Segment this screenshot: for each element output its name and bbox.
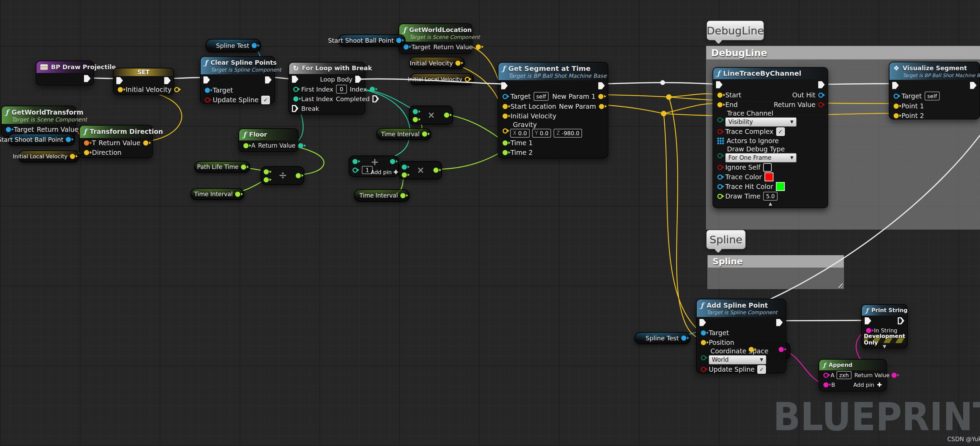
draw-time-value[interactable]: 5.0: [763, 192, 777, 201]
target-pin[interactable]: [205, 88, 210, 93]
gravity-pin[interactable]: [503, 129, 508, 133]
target-pin[interactable]: [894, 94, 899, 99]
add-in-1-pin[interactable]: [353, 159, 358, 164]
multiply-in-2-pin[interactable]: [402, 172, 407, 178]
direction-pin[interactable]: [84, 150, 89, 155]
target-pin[interactable]: [503, 94, 508, 99]
return-value-pin[interactable]: [476, 44, 481, 49]
var-out-pin[interactable]: [66, 137, 71, 142]
break-exec-pin[interactable]: [292, 105, 298, 112]
var-out-pin[interactable]: [400, 193, 406, 198]
var-initial-local-velocity[interactable]: Initial Local Velocity: [18, 151, 79, 162]
target-pin[interactable]: [701, 330, 706, 335]
trace-channel-pin[interactable]: [718, 117, 722, 122]
start-location-pin[interactable]: [503, 104, 508, 109]
var-start-shoot-ball-point-top[interactable]: Start Shoot Ball Point: [338, 35, 406, 46]
return-value-pin[interactable]: [891, 373, 897, 378]
trace-hit-color-pin[interactable]: [718, 184, 722, 189]
exec-in-pin[interactable]: [716, 81, 722, 89]
var-out-pin[interactable]: [235, 192, 240, 197]
add-pin-button[interactable]: Add pin ✚: [853, 381, 882, 388]
blueprint-graph-canvas[interactable]: DebugLine Spline BLUEPRINT: [0, 0, 980, 446]
comment-debugline-header[interactable]: DebugLine: [706, 46, 980, 60]
array-icon[interactable]: [718, 138, 724, 144]
node-multiply-1[interactable]: ×: [409, 106, 453, 125]
exec-out-pin[interactable]: [84, 75, 91, 82]
target-pin[interactable]: [6, 127, 11, 132]
var-out-pin[interactable]: [70, 154, 75, 159]
a-value-field[interactable]: zxh: [837, 371, 852, 379]
var-out-pin[interactable]: [251, 43, 257, 48]
var-spline-test-bottom[interactable]: Spline Test: [635, 332, 690, 344]
var-time-interval-mid[interactable]: Time Interval: [376, 128, 431, 140]
node-append[interactable]: ƒ Append A zxh Return Value B Add pin ✚: [819, 359, 887, 391]
var-time-interval-left[interactable]: Time Interval: [190, 188, 244, 200]
var-initial-local-velocity-top[interactable]: Initial Local Velocity: [410, 73, 474, 85]
exec-in-pin[interactable]: [204, 76, 210, 84]
conversion-output-pin[interactable]: [779, 347, 784, 352]
coordinate-space-pin[interactable]: [701, 355, 706, 360]
new-param-1-pin[interactable]: [598, 94, 603, 99]
target-self-value[interactable]: self: [533, 92, 549, 101]
exec-in-pin[interactable]: [700, 319, 706, 326]
node-visualize-segment[interactable]: ❖ Visualize Segment Target is BP Ball Sh…: [889, 62, 980, 119]
node-add[interactable]: + 1 Add pin ✚: [349, 156, 399, 177]
var-out-pin[interactable]: [455, 60, 461, 66]
var-out-pin[interactable]: [681, 335, 686, 341]
last-index-pin[interactable]: [293, 96, 298, 102]
node-clear-spline-points[interactable]: ƒ Clear Spline Points Target is Spline C…: [200, 56, 275, 103]
exec-out-pin[interactable]: [265, 76, 272, 84]
position-pin[interactable]: [701, 340, 706, 345]
end-pin[interactable]: [718, 102, 722, 107]
return-value-pin[interactable]: [818, 102, 823, 107]
add-pin-button[interactable]: Add pin ✚: [371, 168, 398, 176]
start-pin[interactable]: [718, 92, 722, 98]
var-out-pin[interactable]: [422, 132, 427, 136]
point-1-pin[interactable]: [894, 103, 899, 109]
multiply-in-1-pin[interactable]: [402, 165, 407, 170]
target-pin[interactable]: [403, 44, 409, 49]
exec-in-pin[interactable]: [116, 77, 123, 84]
node-get-segment-at-time[interactable]: ƒ Get Segment at Time Target is BP Ball …: [498, 62, 608, 158]
node-add-spline-point[interactable]: ƒ Add Spline Point Target is Spline Comp…: [696, 299, 786, 373]
trace-hit-color-swatch[interactable]: [776, 182, 785, 191]
node-set-initial-velocity[interactable]: SET Initial Velocity: [113, 68, 174, 95]
time-1-pin[interactable]: [503, 140, 508, 146]
node-line-trace-by-channel[interactable]: ƒ LineTraceByChannel Start Out Hit End R…: [713, 67, 828, 208]
in-string-pin[interactable]: [866, 328, 871, 333]
var-path-life-time[interactable]: Path Life Time: [194, 161, 250, 173]
node-divide[interactable]: ÷: [261, 166, 304, 185]
ignore-self-pin[interactable]: [718, 165, 722, 170]
coordinate-space-dropdown[interactable]: World▼: [709, 355, 766, 364]
node-for-loop-with-break[interactable]: ↻ For Loop with Break Loop Body First In…: [288, 62, 365, 114]
var-spline-test-top[interactable]: Spline Test: [205, 39, 261, 52]
exec-out-pin[interactable]: [164, 77, 171, 84]
exec-in-pin[interactable]: [892, 82, 899, 89]
reroute-node-vector-1[interactable]: [666, 94, 671, 100]
node-print-string[interactable]: ƒ Print String In String Development Onl…: [861, 304, 908, 348]
new-param-pin[interactable]: [599, 104, 604, 109]
reroute-node-exec[interactable]: [660, 80, 665, 85]
node-multiply-2[interactable]: ×: [399, 161, 442, 179]
first-index-pin[interactable]: [293, 87, 298, 92]
update-spline-pin[interactable]: [205, 97, 210, 103]
multiply-out-pin[interactable]: [444, 113, 449, 118]
exec-in-pin[interactable]: [865, 317, 871, 325]
exec-out-pin[interactable]: [970, 82, 977, 89]
update-spline-checkbox[interactable]: ✓: [757, 365, 766, 374]
b-pin[interactable]: [823, 383, 829, 387]
node-get-world-transform[interactable]: ƒ GetWorldTransform Target is Scene Comp…: [1, 106, 76, 136]
update-spline-pin[interactable]: [701, 367, 706, 372]
trace-color-pin[interactable]: [718, 175, 722, 179]
draw-time-pin[interactable]: [718, 194, 722, 199]
exec-in-pin[interactable]: [501, 82, 508, 89]
initial-velocity-pin[interactable]: [503, 114, 508, 119]
collapse-arrow-icon[interactable]: ▲: [713, 201, 827, 207]
point-2-pin[interactable]: [894, 113, 899, 118]
return-value-pin[interactable]: [143, 140, 148, 146]
a-pin[interactable]: [243, 143, 248, 148]
comment-resize-handle[interactable]: [837, 281, 843, 288]
var-out-pin[interactable]: [465, 77, 470, 82]
index-pin[interactable]: [370, 87, 375, 92]
update-spline-checkbox[interactable]: ✓: [261, 96, 270, 104]
